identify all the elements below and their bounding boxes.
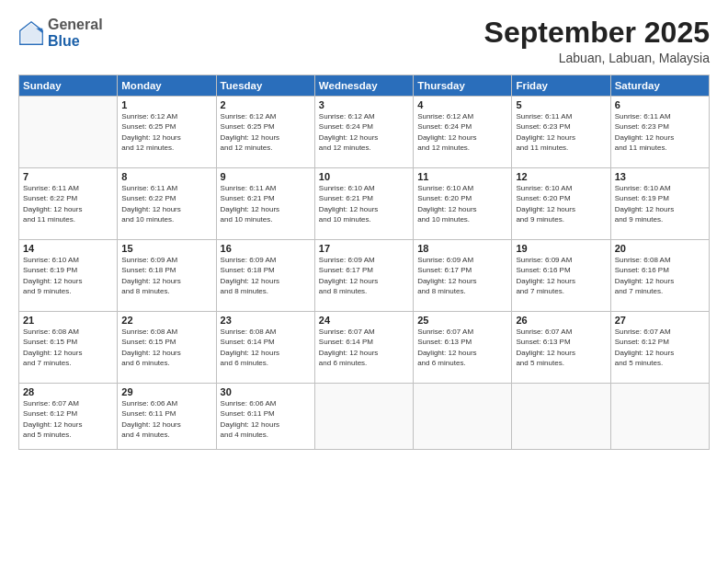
page: General Blue September 2025 Labuan, Labu… bbox=[0, 0, 728, 563]
day-number: 12 bbox=[516, 171, 606, 182]
day-number: 28 bbox=[23, 386, 113, 397]
day-info: Sunrise: 6:10 AM Sunset: 6:19 PM Dayligh… bbox=[23, 255, 113, 296]
calendar-cell: 17Sunrise: 6:09 AM Sunset: 6:17 PM Dayli… bbox=[314, 240, 413, 312]
day-number: 17 bbox=[319, 243, 409, 254]
day-info: Sunrise: 6:08 AM Sunset: 6:14 PM Dayligh… bbox=[221, 327, 311, 368]
day-info: Sunrise: 6:09 AM Sunset: 6:17 PM Dayligh… bbox=[319, 255, 409, 296]
day-number: 14 bbox=[23, 243, 113, 254]
day-info: Sunrise: 6:10 AM Sunset: 6:19 PM Dayligh… bbox=[615, 183, 705, 224]
day-number: 23 bbox=[221, 315, 311, 326]
day-info: Sunrise: 6:06 AM Sunset: 6:11 PM Dayligh… bbox=[121, 398, 211, 440]
day-info: Sunrise: 6:09 AM Sunset: 6:18 PM Dayligh… bbox=[221, 255, 311, 296]
calendar-header-row: Sunday Monday Tuesday Wednesday Thursday… bbox=[19, 75, 710, 97]
day-info: Sunrise: 6:07 AM Sunset: 6:13 PM Dayligh… bbox=[516, 327, 606, 368]
calendar-cell: 24Sunrise: 6:07 AM Sunset: 6:14 PM Dayli… bbox=[314, 312, 413, 384]
logo-general: General bbox=[48, 17, 103, 32]
calendar-cell: 18Sunrise: 6:09 AM Sunset: 6:17 PM Dayli… bbox=[414, 240, 512, 312]
calendar-cell bbox=[512, 384, 610, 450]
day-info: Sunrise: 6:09 AM Sunset: 6:18 PM Dayligh… bbox=[121, 255, 211, 296]
day-info: Sunrise: 6:11 AM Sunset: 6:22 PM Dayligh… bbox=[121, 183, 211, 224]
calendar-cell: 29Sunrise: 6:06 AM Sunset: 6:11 PM Dayli… bbox=[118, 384, 216, 450]
calendar-cell bbox=[19, 97, 118, 168]
day-number: 13 bbox=[615, 171, 705, 182]
week-row-1: 1Sunrise: 6:12 AM Sunset: 6:25 PM Daylig… bbox=[19, 97, 710, 168]
calendar-cell: 12Sunrise: 6:10 AM Sunset: 6:20 PM Dayli… bbox=[512, 168, 610, 240]
header-friday: Friday bbox=[512, 75, 610, 97]
calendar-cell: 5Sunrise: 6:11 AM Sunset: 6:23 PM Daylig… bbox=[512, 97, 610, 168]
day-info: Sunrise: 6:06 AM Sunset: 6:11 PM Dayligh… bbox=[221, 398, 311, 440]
logo: General Blue bbox=[18, 17, 103, 49]
logo-blue: Blue bbox=[48, 33, 80, 49]
calendar-cell: 4Sunrise: 6:12 AM Sunset: 6:24 PM Daylig… bbox=[414, 97, 512, 168]
calendar-cell: 30Sunrise: 6:06 AM Sunset: 6:11 PM Dayli… bbox=[216, 384, 314, 450]
day-info: Sunrise: 6:10 AM Sunset: 6:20 PM Dayligh… bbox=[516, 183, 606, 224]
day-number: 21 bbox=[23, 315, 113, 326]
day-number: 1 bbox=[121, 99, 211, 110]
calendar-cell bbox=[314, 384, 413, 450]
logo-text: General Blue bbox=[48, 17, 103, 49]
calendar-cell: 19Sunrise: 6:09 AM Sunset: 6:16 PM Dayli… bbox=[512, 240, 610, 312]
day-number: 22 bbox=[121, 315, 211, 326]
day-info: Sunrise: 6:08 AM Sunset: 6:15 PM Dayligh… bbox=[23, 327, 113, 368]
day-info: Sunrise: 6:10 AM Sunset: 6:21 PM Dayligh… bbox=[319, 183, 409, 224]
day-number: 7 bbox=[23, 171, 113, 182]
week-row-4: 21Sunrise: 6:08 AM Sunset: 6:15 PM Dayli… bbox=[19, 312, 710, 384]
calendar-cell: 16Sunrise: 6:09 AM Sunset: 6:18 PM Dayli… bbox=[216, 240, 314, 312]
day-number: 26 bbox=[516, 315, 606, 326]
day-number: 30 bbox=[221, 386, 311, 397]
header-thursday: Thursday bbox=[414, 75, 512, 97]
day-info: Sunrise: 6:09 AM Sunset: 6:17 PM Dayligh… bbox=[417, 255, 507, 296]
day-info: Sunrise: 6:09 AM Sunset: 6:16 PM Dayligh… bbox=[516, 255, 606, 296]
day-info: Sunrise: 6:07 AM Sunset: 6:12 PM Dayligh… bbox=[615, 327, 705, 368]
logo-icon bbox=[18, 20, 44, 46]
title-block: September 2025 Labuan, Labuan, Malaysia bbox=[484, 17, 710, 65]
header: General Blue September 2025 Labuan, Labu… bbox=[18, 17, 710, 65]
day-number: 6 bbox=[615, 99, 705, 110]
day-number: 15 bbox=[121, 243, 211, 254]
day-info: Sunrise: 6:11 AM Sunset: 6:21 PM Dayligh… bbox=[221, 183, 311, 224]
calendar-cell: 20Sunrise: 6:08 AM Sunset: 6:16 PM Dayli… bbox=[610, 240, 709, 312]
calendar-cell: 11Sunrise: 6:10 AM Sunset: 6:20 PM Dayli… bbox=[414, 168, 512, 240]
day-number: 24 bbox=[319, 315, 409, 326]
header-monday: Monday bbox=[118, 75, 216, 97]
calendar-cell: 14Sunrise: 6:10 AM Sunset: 6:19 PM Dayli… bbox=[19, 240, 118, 312]
day-number: 27 bbox=[615, 315, 705, 326]
location: Labuan, Labuan, Malaysia bbox=[484, 51, 710, 65]
day-number: 18 bbox=[417, 243, 507, 254]
day-info: Sunrise: 6:07 AM Sunset: 6:13 PM Dayligh… bbox=[417, 327, 507, 368]
calendar-cell: 25Sunrise: 6:07 AM Sunset: 6:13 PM Dayli… bbox=[414, 312, 512, 384]
day-info: Sunrise: 6:11 AM Sunset: 6:23 PM Dayligh… bbox=[516, 111, 606, 153]
calendar-cell: 27Sunrise: 6:07 AM Sunset: 6:12 PM Dayli… bbox=[610, 312, 709, 384]
day-info: Sunrise: 6:08 AM Sunset: 6:16 PM Dayligh… bbox=[615, 255, 705, 296]
header-saturday: Saturday bbox=[610, 75, 709, 97]
day-number: 3 bbox=[319, 99, 409, 110]
calendar-cell: 22Sunrise: 6:08 AM Sunset: 6:15 PM Dayli… bbox=[118, 312, 216, 384]
calendar-cell: 7Sunrise: 6:11 AM Sunset: 6:22 PM Daylig… bbox=[19, 168, 118, 240]
week-row-5: 28Sunrise: 6:07 AM Sunset: 6:12 PM Dayli… bbox=[19, 384, 710, 450]
day-info: Sunrise: 6:12 AM Sunset: 6:25 PM Dayligh… bbox=[221, 111, 311, 153]
day-info: Sunrise: 6:11 AM Sunset: 6:23 PM Dayligh… bbox=[615, 111, 705, 153]
header-wednesday: Wednesday bbox=[314, 75, 413, 97]
day-info: Sunrise: 6:12 AM Sunset: 6:24 PM Dayligh… bbox=[417, 111, 507, 153]
calendar-cell: 9Sunrise: 6:11 AM Sunset: 6:21 PM Daylig… bbox=[216, 168, 314, 240]
day-number: 16 bbox=[221, 243, 311, 254]
calendar-cell: 6Sunrise: 6:11 AM Sunset: 6:23 PM Daylig… bbox=[610, 97, 709, 168]
day-info: Sunrise: 6:11 AM Sunset: 6:22 PM Dayligh… bbox=[23, 183, 113, 224]
calendar-cell: 10Sunrise: 6:10 AM Sunset: 6:21 PM Dayli… bbox=[314, 168, 413, 240]
calendar-cell: 2Sunrise: 6:12 AM Sunset: 6:25 PM Daylig… bbox=[216, 97, 314, 168]
calendar-cell bbox=[610, 384, 709, 450]
day-number: 11 bbox=[417, 171, 507, 182]
calendar: Sunday Monday Tuesday Wednesday Thursday… bbox=[18, 75, 710, 450]
calendar-cell: 1Sunrise: 6:12 AM Sunset: 6:25 PM Daylig… bbox=[118, 97, 216, 168]
calendar-cell bbox=[414, 384, 512, 450]
day-info: Sunrise: 6:10 AM Sunset: 6:20 PM Dayligh… bbox=[417, 183, 507, 224]
day-info: Sunrise: 6:07 AM Sunset: 6:14 PM Dayligh… bbox=[319, 327, 409, 368]
month-title: September 2025 bbox=[484, 17, 710, 49]
day-number: 5 bbox=[516, 99, 606, 110]
day-number: 10 bbox=[319, 171, 409, 182]
day-number: 19 bbox=[516, 243, 606, 254]
week-row-3: 14Sunrise: 6:10 AM Sunset: 6:19 PM Dayli… bbox=[19, 240, 710, 312]
day-number: 4 bbox=[417, 99, 507, 110]
day-number: 29 bbox=[121, 386, 211, 397]
day-info: Sunrise: 6:08 AM Sunset: 6:15 PM Dayligh… bbox=[121, 327, 211, 368]
